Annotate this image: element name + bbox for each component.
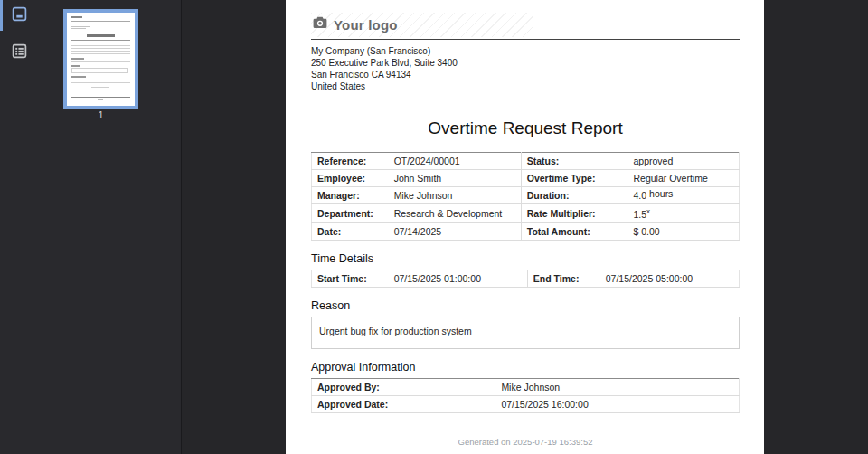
field-label: Manager: — [312, 187, 389, 204]
company-logo-placeholder: Your logo — [311, 13, 533, 37]
section-heading-reason: Reason — [311, 299, 740, 312]
field-label: Employee: — [312, 170, 389, 187]
address-line-1: 250 Executive Park Blvd, Suite 3400 — [311, 57, 740, 69]
table-row: Department: Research & Development Rate … — [312, 204, 740, 223]
multiplier-sup: x — [646, 207, 650, 215]
outline-icon — [12, 43, 27, 62]
field-value: 07/14/2025 — [389, 222, 522, 240]
field-label: Overtime Type: — [521, 170, 627, 187]
duration-unit: hours — [649, 188, 673, 199]
thumbnails-icon — [12, 6, 27, 25]
company-name: My Company (San Francisco) — [311, 45, 740, 57]
thumbnail-preview-content — [67, 13, 135, 106]
field-label: Department: — [312, 204, 389, 223]
table-row: Reference: OT/2024/00001 Status: approve… — [312, 153, 740, 170]
field-value: OT/2024/00001 — [389, 153, 522, 170]
header-divider — [311, 39, 740, 40]
field-value: $ 0.00 — [628, 222, 740, 240]
page-thumbnail[interactable] — [63, 9, 138, 109]
table-row: Date: 07/14/2025 Total Amount: $ 0.00 — [312, 222, 740, 240]
field-value: approved — [628, 153, 740, 170]
field-label: Reference: — [312, 153, 389, 170]
field-label: Start Time: — [312, 270, 389, 287]
field-label: Total Amount: — [521, 222, 627, 240]
thumbnail-page-number: 1 — [63, 109, 138, 120]
pdf-page: Your logo My Company (San Francisco) 250… — [286, 0, 764, 454]
company-address: My Company (San Francisco) 250 Executive… — [311, 45, 740, 92]
field-label: Date: — [312, 222, 389, 240]
time-details-table: Start Time: 07/15/2025 01:00:00 End Time… — [311, 270, 740, 288]
section-heading-time-details: Time Details — [311, 252, 740, 265]
field-value: Regular Overtime — [628, 170, 740, 187]
field-label: Duration: — [521, 187, 627, 204]
pdf-sidebar: 1 — [0, 0, 182, 454]
report-info-table: Reference: OT/2024/00001 Status: approve… — [311, 152, 740, 241]
table-row: Start Time: 07/15/2025 01:00:00 End Time… — [312, 270, 740, 287]
field-value: Research & Development — [389, 204, 522, 223]
field-value: 07/15/2025 16:00:00 — [495, 395, 740, 412]
field-value: 07/15/2025 01:00:00 — [389, 270, 528, 287]
field-label: Approved Date: — [312, 395, 495, 412]
field-value: 1.5x — [628, 204, 740, 223]
address-line-2: San Francisco CA 94134 — [311, 69, 740, 80]
thumbnails-view-button[interactable] — [9, 5, 29, 25]
camera-icon — [313, 16, 327, 33]
address-line-3: United States — [311, 80, 740, 92]
report-title: Overtime Request Report — [311, 118, 740, 138]
field-label: Rate Multiplier: — [521, 204, 627, 223]
reason-text-box: Urgent bug fix for production system — [311, 317, 740, 349]
field-value: 4.0hours — [628, 187, 740, 204]
field-value: Mike Johnson — [495, 378, 740, 395]
field-value: Mike Johnson — [389, 187, 522, 204]
active-view-indicator — [0, 0, 3, 31]
field-label: End Time: — [527, 270, 599, 287]
field-label: Approved By: — [312, 378, 495, 395]
field-label: Status: — [521, 153, 627, 170]
field-value: 07/15/2025 05:00:00 — [600, 270, 740, 287]
section-heading-approval: Approval Information — [311, 361, 740, 374]
field-value: John Smith — [389, 170, 522, 187]
logo-text: Your logo — [334, 17, 398, 33]
table-row: Approved By: Mike Johnson — [312, 378, 740, 395]
table-row: Employee: John Smith Overtime Type: Regu… — [312, 170, 740, 187]
outline-view-button[interactable] — [9, 43, 29, 62]
approval-table: Approved By: Mike Johnson Approved Date:… — [311, 378, 740, 413]
table-row: Manager: Mike Johnson Duration: 4.0hours — [312, 187, 740, 204]
table-row: Approved Date: 07/15/2025 16:00:00 — [312, 395, 740, 412]
generated-timestamp: Generated on 2025-07-19 16:39:52 — [311, 437, 740, 447]
